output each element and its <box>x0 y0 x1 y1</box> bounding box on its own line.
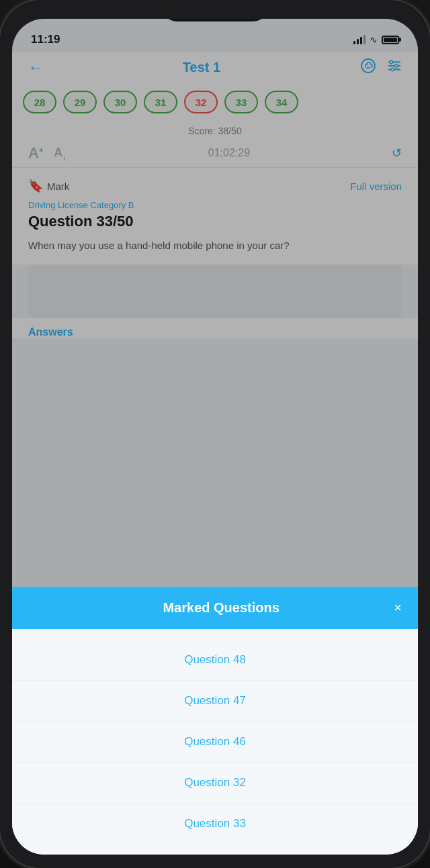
modal-close-button[interactable]: × <box>394 600 402 616</box>
marked-question-47[interactable]: Question 47 <box>12 681 418 722</box>
phone-screen: 11:19 ∿ ← Test 1 <box>12 19 418 855</box>
marked-question-32[interactable]: Question 32 <box>12 763 418 804</box>
phone-frame: 11:19 ∿ ← Test 1 <box>0 0 430 868</box>
marked-question-48[interactable]: Question 48 <box>12 640 418 681</box>
marked-question-33[interactable]: Question 33 <box>12 804 418 844</box>
modal-title: Marked Questions <box>48 600 394 616</box>
modal-header: Marked Questions × <box>12 587 418 629</box>
marked-question-46[interactable]: Question 46 <box>12 722 418 763</box>
marked-questions-modal: Marked Questions × Question 48 Question … <box>12 587 418 855</box>
modal-body: Question 48 Question 47 Question 46 Ques… <box>12 629 418 855</box>
